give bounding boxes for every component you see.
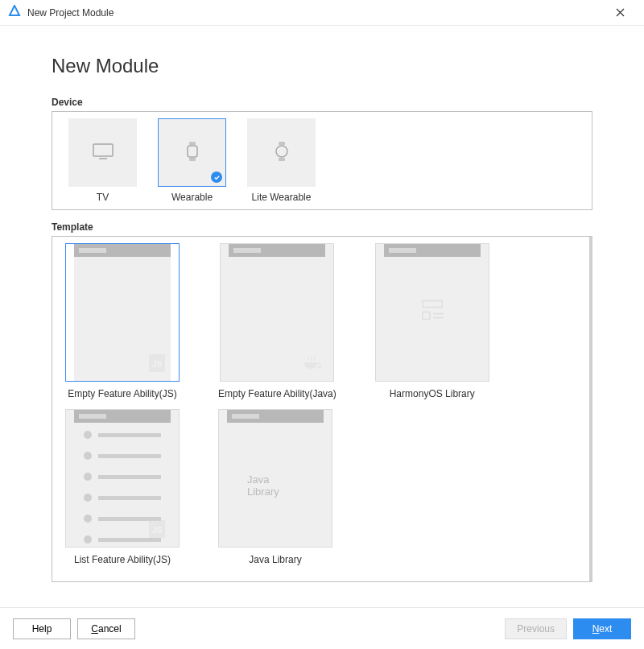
- watch-round-icon: [274, 141, 290, 164]
- template-item-java-lib[interactable]: Java Library Java Library: [218, 409, 332, 565]
- template-label: List Feature Ability(JS): [74, 554, 171, 565]
- template-label: Empty Feature Ability(Java): [218, 388, 336, 399]
- svg-rect-9: [423, 301, 442, 308]
- device-card: [247, 118, 316, 187]
- template-card: JS: [65, 243, 180, 382]
- close-button[interactable]: [604, 6, 636, 19]
- device-item-lite-wearable[interactable]: Lite Wearable: [247, 118, 316, 203]
- template-label: HarmonyOS Library: [390, 388, 475, 399]
- svg-point-5: [276, 146, 287, 157]
- template-item-empty-js[interactable]: JS Empty Feature Ability(JS): [65, 243, 180, 399]
- svg-rect-2: [188, 146, 197, 157]
- template-grid: JS Empty Feature Ability(JS) Empty Featu…: [65, 243, 576, 565]
- app-icon: [8, 5, 21, 20]
- template-label: Empty Feature Ability(JS): [68, 388, 176, 399]
- previous-button: Previous: [505, 618, 567, 639]
- titlebar: New Project Module: [0, 0, 644, 26]
- template-card: Java Library: [218, 409, 332, 548]
- svg-rect-6: [279, 142, 285, 145]
- tv-icon: [92, 142, 114, 163]
- page-title: New Module: [52, 55, 592, 77]
- check-icon: [211, 172, 222, 183]
- template-item-harmony-lib[interactable]: HarmonyOS Library: [375, 243, 489, 399]
- device-item-tv[interactable]: TV: [68, 118, 137, 203]
- device-card: [158, 118, 226, 187]
- cancel-button[interactable]: Cancel: [77, 618, 135, 639]
- template-card: [220, 243, 334, 382]
- svg-rect-7: [279, 158, 285, 161]
- template-section-label: Template: [52, 221, 592, 233]
- svg-rect-4: [189, 158, 196, 161]
- svg-rect-10: [423, 312, 430, 320]
- window-title: New Project Module: [27, 7, 604, 19]
- device-selector: TV Wearable Lite Wearable: [52, 111, 592, 210]
- library-icon: [418, 300, 447, 326]
- device-item-wearable[interactable]: Wearable: [158, 118, 226, 203]
- svg-rect-3: [189, 142, 196, 145]
- device-label: Lite Wearable: [252, 192, 312, 203]
- watch-icon: [184, 141, 200, 164]
- template-selector: JS Empty Feature Ability(JS) Empty Featu…: [52, 236, 592, 582]
- svg-rect-0: [93, 144, 113, 156]
- java-library-text-icon: Java Library: [247, 473, 303, 498]
- dialog-footer: Help Cancel Previous Next: [0, 607, 644, 649]
- template-label: Java Library: [249, 554, 301, 565]
- help-button[interactable]: Help: [13, 618, 71, 639]
- device-label: TV: [97, 192, 109, 203]
- template-card: JS: [65, 409, 180, 548]
- js-icon: JS: [147, 353, 167, 376]
- next-button[interactable]: Next: [573, 618, 631, 639]
- svg-text:JS: JS: [152, 526, 163, 535]
- template-item-list-js[interactable]: JS List Feature Ability(JS): [65, 409, 180, 565]
- js-icon: JS: [147, 519, 167, 542]
- java-icon: [299, 354, 322, 376]
- template-card: [375, 243, 489, 382]
- device-label: Wearable: [171, 192, 213, 203]
- device-section-label: Device: [52, 97, 592, 108]
- template-item-empty-java[interactable]: Empty Feature Ability(Java): [218, 243, 336, 399]
- dialog-content: New Module Device TV Wearable: [0, 26, 644, 595]
- device-card: [68, 118, 137, 187]
- svg-text:JS: JS: [152, 360, 163, 369]
